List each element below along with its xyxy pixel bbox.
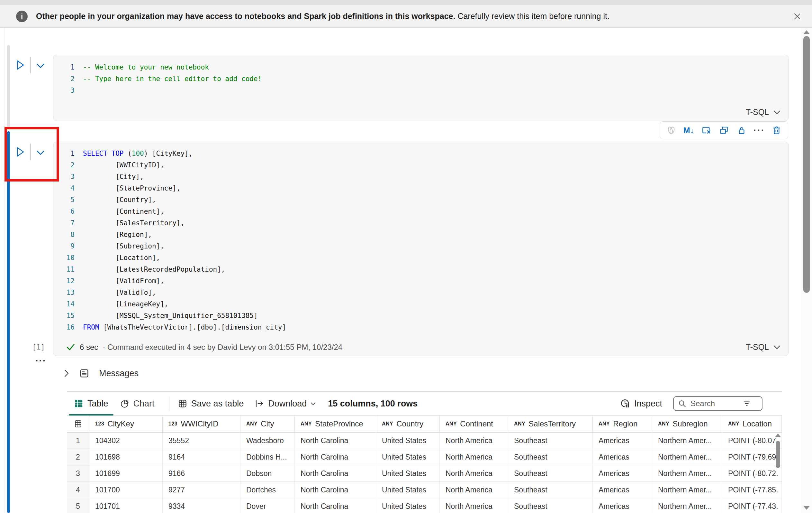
code-line[interactable]: 9 [Subregion],	[53, 240, 788, 252]
code-line[interactable]: 7 [SalesTerritory],	[53, 217, 788, 229]
delete-cell-icon[interactable]	[770, 124, 783, 137]
table-cell: United States	[376, 498, 440, 513]
search-box[interactable]	[673, 396, 762, 411]
cell1-indicator-bar	[7, 45, 10, 129]
convert-to-markdown-icon[interactable]: M↓	[683, 124, 695, 137]
run-cell-icon[interactable]	[16, 146, 25, 158]
code-line[interactable]: 6 [Continent],	[53, 206, 788, 217]
table-scrollbar[interactable]	[775, 433, 781, 468]
line-number: 5	[53, 194, 75, 206]
table-cell: 104302	[89, 433, 163, 449]
table-cell: Dover	[240, 498, 295, 513]
close-icon[interactable]	[791, 10, 803, 22]
code-line[interactable]: 13 [ValidTo],	[53, 287, 788, 298]
chevron-down-icon[interactable]	[36, 61, 45, 69]
chevron-right-icon[interactable]	[64, 370, 69, 377]
scroll-up-icon[interactable]	[804, 30, 809, 34]
table-scrollbar-thumb[interactable]	[776, 441, 780, 468]
code-line[interactable]: 2-- Type here in the cell editor to add …	[53, 73, 788, 85]
code-line[interactable]: 12 [ValidFrom],	[53, 275, 788, 287]
column-header[interactable]: ANYRegion	[593, 416, 652, 432]
code-line[interactable]: 16FROM [WhatsTheVectorVictor].[dbo].[dim…	[53, 322, 788, 333]
scroll-up-icon[interactable]	[775, 433, 781, 437]
code-line[interactable]: 1SELECT TOP (100) [CityKey],	[53, 148, 788, 159]
run-divider	[30, 57, 31, 73]
save-as-table-button[interactable]: Save as table	[178, 399, 244, 409]
code-line[interactable]: 8 [Region],	[53, 229, 788, 240]
column-label: StateProvince	[315, 420, 363, 428]
code-line[interactable]: 1-- Welcome to your new notebook	[53, 61, 788, 73]
table-row[interactable]: 110430235552WadesboroNorth CarolinaUnite…	[67, 433, 782, 449]
column-header[interactable]: 123CityKey	[89, 416, 163, 432]
line-number: 4	[53, 183, 75, 194]
lock-cell-icon[interactable]	[735, 124, 748, 137]
table-cell: Southeast	[508, 465, 593, 482]
table-cell: 35552	[163, 433, 240, 449]
download-button[interactable]: Download	[255, 399, 316, 409]
column-header[interactable]: 123WWICityID	[163, 416, 240, 432]
table-row[interactable]: 21016989164Dobbins H...North CarolinaUni…	[67, 449, 782, 465]
tab-table[interactable]: Table	[68, 392, 114, 415]
line-number: 7	[53, 217, 75, 229]
cell2-language-selector[interactable]: T-SQL	[746, 343, 781, 352]
window-top-strip	[0, 0, 812, 5]
download-icon	[255, 399, 264, 408]
code-line[interactable]: 2 [WWICityID],	[53, 159, 788, 171]
code-text: [City],	[83, 171, 144, 183]
table-cell: North Carolina	[295, 449, 376, 465]
table-cell: Northern Amer...	[652, 465, 722, 482]
column-header[interactable]: ANYSubregion	[652, 416, 722, 432]
code-line[interactable]: 5 [Country],	[53, 194, 788, 206]
table-row[interactable]: 41017009277DortchesNorth CarolinaUnited …	[67, 482, 782, 498]
code-line[interactable]: 3	[53, 85, 788, 96]
line-number: 2	[53, 159, 75, 171]
column-header[interactable]: ANYContinent	[440, 416, 508, 432]
scroll-down-icon[interactable]	[804, 506, 809, 510]
code-line[interactable]: 4 [StateProvince],	[53, 183, 788, 194]
code-line[interactable]: 11 [LatestRecordedPopulation],	[53, 264, 788, 275]
clear-output-icon[interactable]	[700, 124, 713, 137]
column-label: CityKey	[107, 420, 134, 428]
messages-icon	[79, 368, 89, 378]
code-line[interactable]: 3 [City],	[53, 171, 788, 183]
tab-chart[interactable]: Chart	[114, 392, 161, 415]
copilot-icon[interactable]	[665, 124, 678, 137]
more-options-icon[interactable]: ···	[753, 124, 766, 137]
execution-status: 6 sec - Command executed in 4 sec by Dav…	[66, 343, 342, 352]
chevron-down-icon	[774, 345, 781, 350]
column-header[interactable]: ANYSalesTerritory	[508, 416, 593, 432]
table-cell: North America	[440, 482, 508, 498]
column-header[interactable]: ANYLocation	[722, 416, 782, 432]
execution-duration: 6 sec	[80, 343, 98, 352]
column-header-icon[interactable]	[67, 416, 89, 432]
filter-icon[interactable]	[743, 399, 751, 408]
column-type-badge: ANY	[445, 421, 457, 427]
column-header[interactable]: ANYCountry	[376, 416, 440, 432]
code-line[interactable]: 14 [LineageKey],	[53, 298, 788, 310]
page-scrollbar-thumb[interactable]	[803, 36, 810, 293]
code-line[interactable]: 10 [Location],	[53, 252, 788, 264]
chevron-down-icon[interactable]	[36, 148, 45, 156]
search-input[interactable]	[690, 399, 740, 408]
table-row[interactable]: 31016999166DobsonNorth CarolinaUnited St…	[67, 465, 782, 482]
search-icon	[678, 399, 687, 408]
page-scrollbar[interactable]	[801, 28, 812, 513]
code-cell-1[interactable]: 1-- Welcome to your new notebook2-- Type…	[53, 55, 788, 121]
run-cell-icon[interactable]	[16, 59, 25, 71]
tab-chart-label: Chart	[134, 399, 155, 409]
code-text: [Country],	[83, 194, 156, 206]
table-cell: 101699	[89, 465, 163, 482]
code-cell-2[interactable]: 1SELECT TOP (100) [CityKey],2 [WWICityID…	[53, 142, 788, 356]
cell1-language-selector[interactable]: T-SQL	[746, 107, 781, 117]
column-header[interactable]: ANYStateProvince	[295, 416, 376, 432]
messages-section[interactable]: Messages	[64, 368, 139, 378]
inspect-button[interactable]: Inspect	[620, 399, 662, 409]
language-label: T-SQL	[746, 107, 769, 117]
column-header[interactable]: ANYCity	[240, 416, 295, 432]
cell-overflow-dots[interactable]: ...	[35, 353, 46, 364]
code-text: [Subregion],	[83, 240, 164, 252]
table-row[interactable]: 51017019334DoverNorth CarolinaUnited Sta…	[67, 498, 782, 513]
table-cell: Wadesboro	[240, 433, 295, 449]
duplicate-cell-icon[interactable]	[718, 124, 730, 137]
code-line[interactable]: 15 [MSSQL_System_Uniquifier_658101385]	[53, 310, 788, 322]
